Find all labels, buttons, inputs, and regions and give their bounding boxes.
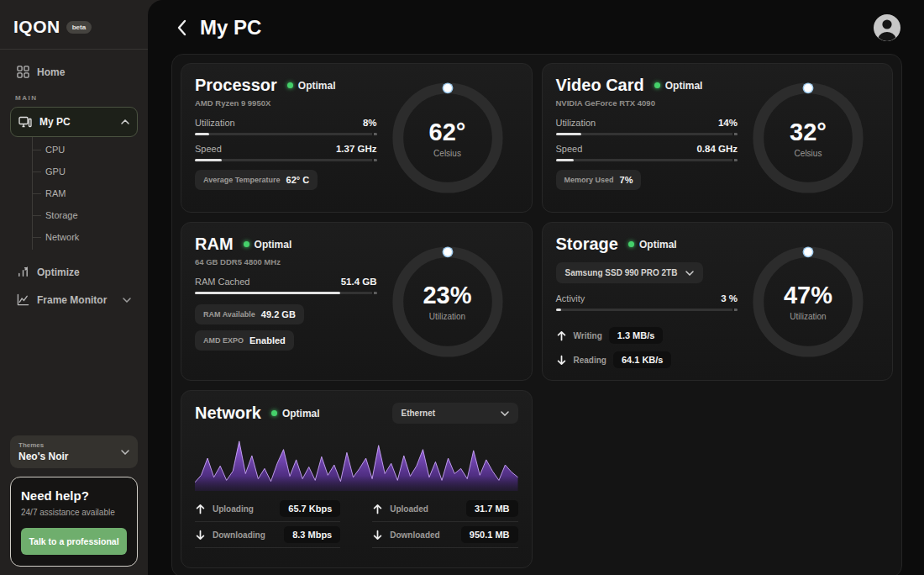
ram-cached-label: RAM Cached: [195, 277, 249, 287]
ram-model: 64 GB DDR5 4800 MHz: [195, 257, 377, 266]
processor-speed-metric: Speed 1.37 GHz: [195, 144, 377, 161]
net-stat-downloaded: Downloaded 950.1 MB: [372, 522, 517, 548]
storage-utilization-value: 47%: [784, 282, 832, 309]
reading-row: Reading 64.1 KB/s: [556, 351, 738, 368]
back-button[interactable]: [171, 16, 192, 40]
processor-utilization-metric: Utilization 8%: [195, 118, 377, 135]
writing-row: Writing 1.3 MB/s: [556, 327, 738, 344]
ram-utilization-unit: Utilization: [429, 312, 465, 321]
ram-cached-value: 51.4 GB: [341, 277, 377, 287]
status-dot: [628, 241, 634, 247]
sidebar-item-optimize[interactable]: Optimize: [10, 258, 138, 286]
sidebar-divider: [0, 49, 148, 50]
ram-title: RAM: [195, 235, 234, 254]
storage-activity-metric: Activity 3 %: [556, 293, 738, 311]
video-temperature-gauge: 32° Celsius: [746, 76, 870, 200]
sidebar-item-frame-monitor[interactable]: Frame Monitor: [10, 286, 138, 314]
storage-title: Storage: [556, 235, 618, 254]
writing-label: Writing: [574, 331, 602, 340]
video-card-title: Video Card: [556, 76, 644, 95]
sidebar-item-optimize-label: Optimize: [37, 266, 80, 278]
help-title: Need help?: [21, 488, 127, 503]
utilization-value: 8%: [363, 118, 377, 128]
chevron-left-icon: [176, 19, 186, 36]
average-temperature-badge: Average Temperature 62° C: [195, 170, 318, 190]
storage-utilization-gauge: 47% Utilization: [746, 240, 870, 364]
video-speed-metric: Speed 0.84 GHz: [556, 144, 738, 161]
ram-card: RAM Optimal 64 GB DDR5 4800 MHz RAM Cach…: [181, 222, 533, 381]
pc-icon: [18, 116, 32, 128]
network-status: Optimal: [282, 408, 320, 419]
beta-badge: beta: [66, 21, 92, 34]
sidebar: IQON beta Home MAIN My PC CPU GPU RAM: [0, 0, 148, 575]
activity-bar: [556, 309, 738, 311]
activity-value: 3 %: [721, 293, 738, 303]
processor-title: Processor: [195, 76, 277, 95]
utilization-label: Utilization: [556, 118, 596, 128]
video-temperature-unit: Celsius: [795, 149, 822, 158]
user-avatar[interactable]: [872, 13, 902, 43]
video-card-model: NVIDIA GeForce RTX 4090: [556, 98, 738, 108]
main-content: My PC Processor Optimal AMD Ryzen 9 9950…: [148, 0, 924, 575]
video-card-card: Video Card Optimal NVIDIA GeForce RTX 40…: [542, 63, 894, 213]
help-subtitle: 24/7 assistance available: [21, 508, 127, 517]
processor-temperature-value: 62°: [429, 119, 466, 146]
utilization-label: Utilization: [195, 118, 235, 128]
sidebar-item-home[interactable]: Home: [10, 58, 138, 86]
ram-available-badge: RAM Available 49.2 GB: [195, 304, 304, 324]
status-dot: [271, 410, 277, 416]
status-dot: [244, 241, 249, 247]
arrow-up-icon: [195, 504, 206, 514]
utilization-value: 14%: [718, 118, 738, 128]
interface-select-value: Ethernet: [402, 409, 436, 418]
status-dot: [654, 82, 660, 88]
reading-label: Reading: [574, 356, 606, 365]
network-card: Network Optimal Ethernet: [181, 390, 533, 568]
ram-utilization-gauge: 23% Utilization: [386, 240, 510, 364]
themes-label: Themes: [18, 441, 69, 449]
speed-label: Speed: [556, 144, 583, 154]
theme-selector[interactable]: Themes Neo's Noir: [10, 435, 138, 468]
sidebar-item-my-pc-label: My PC: [39, 116, 71, 128]
processor-temperature-unit: Celsius: [433, 149, 461, 158]
sidebar-spacer: [10, 314, 138, 435]
status-dot: [287, 82, 293, 88]
arrow-down-icon: [372, 530, 383, 541]
speed-bar: [556, 159, 738, 161]
page-header: My PC: [171, 8, 902, 47]
app-logo-row: IQON beta: [10, 13, 138, 49]
sidebar-item-gpu[interactable]: GPU: [33, 161, 138, 182]
ram-status: Optimal: [255, 239, 292, 251]
storage-utilization-unit: Utilization: [790, 312, 826, 321]
network-stats: Uploading 65.7 Kbps Uploaded 31.7 MB Dow…: [195, 496, 518, 548]
sidebar-item-network[interactable]: Network: [33, 226, 138, 248]
amd-expo-badge: AMD EXPO Enabled: [195, 330, 294, 351]
line-chart-icon: [17, 293, 29, 306]
chevron-up-icon: [121, 119, 129, 124]
sidebar-item-cpu[interactable]: CPU: [33, 139, 138, 161]
utilization-bar: [195, 133, 377, 135]
chevron-down-icon: [501, 411, 509, 416]
chevron-down-icon: [121, 450, 129, 455]
sidebar-item-storage[interactable]: Storage: [33, 204, 138, 226]
page-title: My PC: [200, 16, 261, 40]
network-activity-chart: [195, 432, 518, 491]
help-card: Need help? 24/7 assistance available Tal…: [10, 477, 138, 567]
sidebar-item-ram[interactable]: RAM: [33, 182, 138, 204]
net-stat-downloading: Downloading 8.3 Mbps: [195, 522, 340, 548]
processor-model: AMD Ryzen 9 9950X: [195, 98, 377, 108]
app-logo: IQON: [13, 17, 60, 37]
processor-temperature-gauge: 62° Celsius: [386, 76, 510, 200]
optimize-icon: [17, 266, 29, 278]
arrow-down-icon: [195, 530, 206, 541]
sidebar-item-home-label: Home: [37, 66, 65, 78]
drive-select[interactable]: Samsung SSD 990 PRO 2TB: [556, 262, 704, 283]
video-temperature-value: 32°: [790, 119, 827, 146]
ram-cached-metric: RAM Cached 51.4 GB: [195, 277, 377, 294]
my-pc-subtree: CPU GPU RAM Storage Network: [32, 137, 138, 250]
activity-label: Activity: [556, 293, 585, 303]
video-utilization-metric: Utilization 14%: [556, 118, 738, 135]
interface-select[interactable]: Ethernet: [392, 403, 518, 424]
sidebar-item-my-pc[interactable]: My PC: [10, 107, 138, 137]
talk-to-professional-button[interactable]: Talk to a professional: [21, 528, 127, 555]
